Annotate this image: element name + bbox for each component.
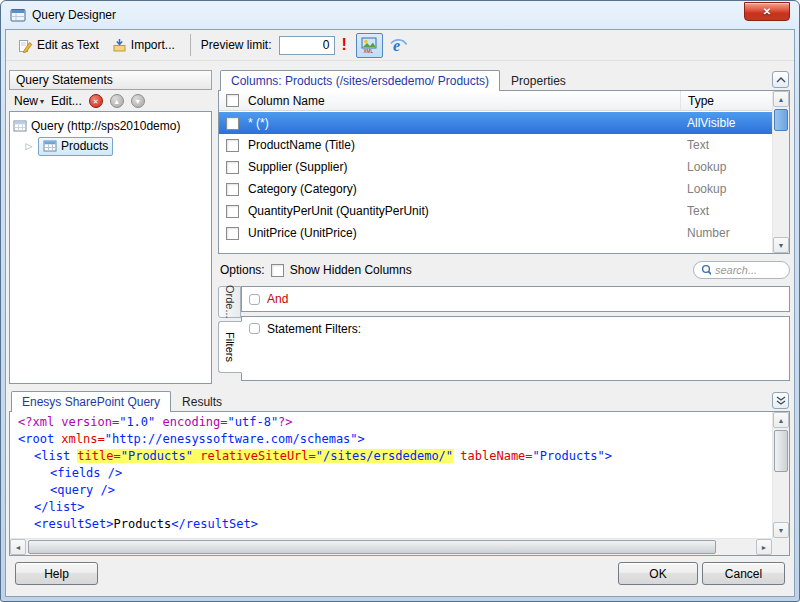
xml-code[interactable]: <?xml version="1.0" encoding="utf-8"?><r… bbox=[10, 412, 772, 538]
row-checkbox[interactable] bbox=[226, 139, 239, 152]
expander-icon[interactable]: ▷ bbox=[24, 141, 34, 151]
tree-root-label: Query (http://sps2010demo) bbox=[31, 119, 180, 133]
column-name-cell: * (*) bbox=[246, 116, 680, 130]
new-label: New bbox=[14, 94, 38, 108]
scrollbar-track[interactable] bbox=[26, 539, 756, 555]
window-title: Query Designer bbox=[32, 8, 116, 22]
row-checkbox[interactable] bbox=[226, 227, 239, 240]
table-row[interactable]: * (*)AllVisible bbox=[219, 112, 772, 134]
show-hidden-label: Show Hidden Columns bbox=[290, 263, 412, 277]
scroll-left-button[interactable]: ◄ bbox=[10, 539, 26, 555]
select-all-checkbox[interactable] bbox=[226, 94, 239, 107]
tab-results[interactable]: Results bbox=[171, 391, 233, 411]
code-vertical-scrollbar[interactable]: ▲ ▼ bbox=[772, 412, 789, 538]
condition-icon bbox=[249, 323, 260, 334]
code-line: <resultSet>Products</resultSet> bbox=[10, 517, 772, 534]
table-icon bbox=[43, 139, 57, 153]
column-type-cell: Text bbox=[680, 138, 772, 152]
titlebar[interactable]: Query Designer ✕ bbox=[1, 1, 799, 28]
edit-label: Edit... bbox=[51, 94, 82, 108]
column-type-cell: Number bbox=[680, 226, 772, 240]
row-checkbox[interactable] bbox=[226, 183, 239, 196]
import-icon bbox=[112, 38, 127, 53]
code-line: <list title="Products" relativeSiteUrl="… bbox=[10, 449, 772, 466]
xml-view-toggle[interactable]: XML bbox=[356, 33, 383, 58]
scrollbar-track[interactable] bbox=[773, 428, 789, 522]
scroll-up-button[interactable]: ▲ bbox=[773, 91, 789, 107]
preview-tabbar: Enesys SharePoint Query Results bbox=[9, 391, 790, 411]
close-button[interactable]: ✕ bbox=[744, 2, 790, 21]
query-designer-window: Query Designer ✕ Edit as Text bbox=[0, 0, 800, 602]
columns-table: Column Name Type * (*)AllVisibleProductN… bbox=[218, 90, 790, 254]
scrollbar-track[interactable] bbox=[773, 107, 789, 237]
tree-item-query-root[interactable]: Query (http://sps2010demo) bbox=[13, 116, 208, 136]
edit-pencil-icon bbox=[18, 38, 33, 53]
collapse-panel-button[interactable] bbox=[772, 71, 789, 88]
collapse-preview-button[interactable] bbox=[772, 392, 789, 409]
column-name-cell: Category (Category) bbox=[246, 182, 680, 196]
import-button[interactable]: Import... bbox=[107, 35, 180, 56]
table-row[interactable]: Supplier (Supplier)Lookup bbox=[219, 156, 772, 178]
table-row[interactable]: QuantityPerUnit (QuantityPerUnit)Text bbox=[219, 200, 772, 222]
scrollbar-thumb[interactable] bbox=[774, 109, 788, 131]
table-row[interactable]: UnitPrice (UnitPrice)Number bbox=[219, 222, 772, 244]
column-type-cell: Lookup bbox=[680, 160, 772, 174]
and-operator[interactable]: And bbox=[267, 292, 288, 306]
ok-button[interactable]: OK bbox=[618, 562, 698, 585]
statement-filters[interactable]: Statement Filters: bbox=[241, 316, 790, 381]
double-chevron-down-icon bbox=[776, 396, 786, 406]
code-line: </list> bbox=[10, 500, 772, 517]
move-down-button[interactable]: ▼ bbox=[131, 94, 145, 108]
browser-preview-button[interactable]: e bbox=[386, 33, 411, 58]
tab-enesys-sharepoint-query[interactable]: Enesys SharePoint Query bbox=[11, 391, 171, 412]
column-name-cell: Supplier (Supplier) bbox=[246, 160, 680, 174]
row-checkbox[interactable] bbox=[226, 117, 239, 130]
condition-icon bbox=[249, 294, 260, 305]
scroll-up-button[interactable]: ▲ bbox=[773, 412, 789, 428]
tab-properties[interactable]: Properties bbox=[500, 70, 577, 90]
table-scrollbar[interactable]: ▲ ▼ bbox=[772, 91, 789, 253]
tree-selection[interactable]: Products bbox=[38, 137, 113, 156]
scroll-down-button[interactable]: ▼ bbox=[773, 522, 789, 538]
tree-item-products[interactable]: ▷ Products bbox=[13, 136, 208, 156]
scrollbar-thumb[interactable] bbox=[774, 430, 788, 472]
new-statement-button[interactable]: New ▾ bbox=[14, 94, 44, 108]
help-button[interactable]: Help bbox=[15, 562, 98, 585]
toolbar-separator bbox=[190, 34, 191, 56]
row-checkbox[interactable] bbox=[226, 161, 239, 174]
table-row[interactable]: Category (Category)Lookup bbox=[219, 178, 772, 200]
column-name-cell: QuantityPerUnit (QuantityPerUnit) bbox=[246, 204, 680, 218]
code-line: <?xml version="1.0" encoding="utf-8"?> bbox=[10, 415, 772, 432]
chevron-down-icon: ▾ bbox=[40, 97, 44, 106]
options-label: Options: bbox=[220, 263, 265, 277]
tab-filters[interactable]: Filters bbox=[218, 321, 242, 373]
column-header-name[interactable]: Column Name bbox=[246, 94, 680, 108]
row-checkbox[interactable] bbox=[226, 205, 239, 218]
column-header-type[interactable]: Type bbox=[680, 91, 772, 110]
column-type-cell: Text bbox=[680, 204, 772, 218]
table-row[interactable]: ProductName (Title)Text bbox=[219, 134, 772, 156]
query-tree: Query (http://sps2010demo) ▷ Products bbox=[9, 111, 212, 384]
tree-child-label: Products bbox=[61, 139, 108, 153]
show-hidden-checkbox[interactable] bbox=[271, 264, 284, 277]
scroll-down-button[interactable]: ▼ bbox=[773, 237, 789, 253]
columns-table-header: Column Name Type bbox=[219, 91, 772, 111]
tab-order-by[interactable]: Orde... bbox=[218, 286, 241, 318]
columns-tabbar: Columns: Products (/sites/ersdedemo/ Pro… bbox=[218, 70, 790, 90]
delete-statement-button[interactable]: ✕ bbox=[89, 94, 103, 108]
search-box[interactable] bbox=[693, 261, 790, 279]
move-up-button[interactable]: ▲ bbox=[110, 94, 124, 108]
preview-limit-input[interactable] bbox=[279, 36, 335, 55]
edit-as-text-button[interactable]: Edit as Text bbox=[13, 35, 104, 56]
cancel-button[interactable]: Cancel bbox=[702, 562, 785, 585]
chevron-up-icon bbox=[776, 77, 786, 83]
scroll-right-button[interactable]: ► bbox=[756, 539, 772, 555]
edit-statement-button[interactable]: Edit... bbox=[51, 94, 82, 108]
and-group[interactable]: And bbox=[241, 286, 790, 312]
tab-columns[interactable]: Columns: Products (/sites/ersdedemo/ Pro… bbox=[220, 70, 500, 91]
search-input[interactable] bbox=[715, 264, 782, 276]
code-horizontal-scrollbar[interactable]: ◄ ► bbox=[10, 538, 772, 555]
scrollbar-thumb[interactable] bbox=[28, 540, 716, 554]
filters-content: And Statement Filters: bbox=[241, 284, 790, 381]
xml-image-icon: XML bbox=[361, 37, 377, 53]
